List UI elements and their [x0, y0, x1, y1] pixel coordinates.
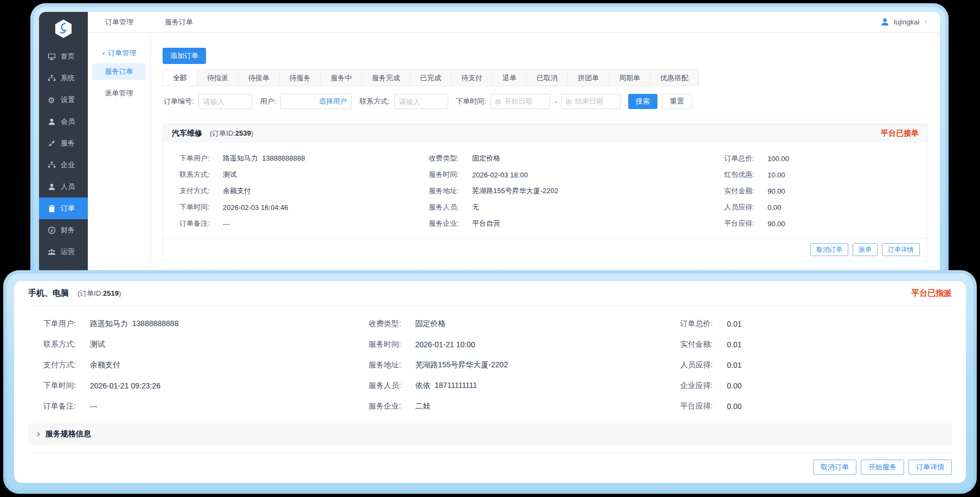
field-label: 实付金额:	[724, 186, 762, 196]
sidebar-item-member[interactable]: 会员	[39, 111, 88, 132]
tab-service-done[interactable]: 服务完成	[362, 69, 410, 86]
tab-pending-service[interactable]: 待服务	[279, 69, 321, 86]
field-value: 依依 18711111111	[415, 381, 477, 391]
tab-in-service[interactable]: 服务中	[320, 69, 362, 86]
start-service-button[interactable]: 开始服务	[861, 460, 904, 475]
caret-down-icon: ▼	[924, 20, 928, 24]
page-title: 服务订单	[165, 17, 193, 27]
sidebar-item-system[interactable]: 系统	[39, 67, 88, 89]
field-row: 人员应得:0.00	[724, 199, 927, 215]
sidebar-item-label: 会员	[61, 117, 75, 126]
sidebar-item-personnel[interactable]: 人员	[39, 176, 88, 197]
order-fields: 下单用户:路遥知马力 13888888888 联系方式:测试 支付方式:余额支付…	[163, 143, 927, 238]
order-fields-col3: 订单总价:100.00 红包优惠:10.00 实付金额:90.00 人员应得:0…	[724, 150, 927, 232]
tab-period-order[interactable]: 周期单	[609, 69, 650, 86]
contact-label: 联系方式:	[359, 97, 390, 106]
order-status-badge: 平台已接单	[881, 129, 919, 138]
order-time-label: 下单时间:	[456, 97, 486, 106]
sidebar-item-settings[interactable]: ⚙ 设置	[39, 89, 88, 111]
app-header: 订单管理 服务订单 lujingkai ▼	[88, 12, 940, 33]
field-row: 下单用户:路遥知马力 13888888888	[179, 150, 429, 167]
tab-pending-assign[interactable]: 待指派	[197, 69, 238, 86]
field-row: 红包优惠:10.00	[724, 167, 927, 183]
sidebar-item-enterprise[interactable]: 企业	[39, 154, 88, 176]
contact-input[interactable]	[394, 94, 448, 109]
field-value: 芜湖路155号昇华大厦-2202	[415, 360, 508, 370]
add-order-button[interactable]: 添加订单	[163, 48, 206, 64]
chevron-down-icon: ∨	[102, 50, 106, 56]
submenu-group-label: 订单管理	[108, 48, 136, 58]
field-value: 0.01	[727, 320, 742, 328]
field-label: 人员应得:	[724, 202, 762, 212]
tab-pending-accept[interactable]: 待接单	[238, 69, 280, 86]
search-button[interactable]: 搜索	[628, 94, 657, 109]
sidebar-item-label: 服务	[61, 138, 75, 148]
user-menu[interactable]: lujingkai ▼	[880, 17, 940, 27]
cancel-order-button[interactable]: 取消订单	[810, 243, 848, 256]
person-icon	[47, 117, 56, 126]
sitemap-icon	[47, 74, 56, 82]
submenu-item-dispatch-management[interactable]: 派单管理	[92, 85, 146, 101]
order-no-input[interactable]	[198, 94, 253, 109]
field-value: 2026-02-03 18:00	[472, 171, 528, 179]
field-value: 无	[472, 202, 479, 212]
finance-icon: ¥	[47, 226, 56, 234]
field-row: 订单备注:---	[179, 215, 429, 232]
field-row: 下单用户:路遥知马力 13888888888	[43, 314, 369, 334]
start-date-placeholder: 开始日期	[504, 97, 532, 106]
order-detail-button[interactable]: 订单详情	[882, 243, 920, 256]
field-row: 联系方式:测试	[43, 334, 369, 355]
field-row: 服务企业:平台自营	[429, 215, 724, 232]
reset-button[interactable]: 重置	[662, 94, 692, 109]
sidebar-item-operation[interactable]: 运营	[39, 241, 88, 263]
field-label: 人员应得:	[680, 360, 721, 370]
field-row: 服务地址:芜湖路155号昇华大厦-2202	[429, 183, 724, 199]
field-row: 订单总价:100.00	[724, 150, 927, 167]
start-date-input[interactable]: ⊞ 开始日期	[491, 94, 550, 109]
field-value: 固定价格	[415, 319, 446, 329]
submenu-item-service-orders[interactable]: 服务订单	[92, 63, 146, 80]
end-date-input[interactable]: ⊞ 结束日期	[561, 94, 621, 109]
order-detail-button[interactable]: 订单详情	[908, 460, 952, 475]
service-spec-label: 服务规格信息	[46, 429, 91, 439]
field-label: 支付方式:	[43, 360, 85, 370]
sidebar-item-finance[interactable]: ¥ 财务	[39, 219, 88, 241]
tab-cancelled[interactable]: 已取消	[526, 69, 568, 86]
tab-returns[interactable]: 退单	[492, 69, 527, 86]
end-date-placeholder: 结束日期	[575, 97, 603, 106]
field-label: 企业应得:	[680, 381, 721, 391]
field-value: ---	[223, 220, 230, 228]
order-card-header: 汽车维修 (订单ID:2539) 平台已接单	[163, 124, 927, 143]
tab-all[interactable]: 全部	[163, 69, 197, 86]
screen: 首页 系统 ⚙ 设置 会员 服务	[0, 0, 980, 497]
submenu-group-order-management[interactable]: ∨ 订单管理	[88, 48, 150, 58]
app-logo	[39, 12, 88, 46]
select-user-link[interactable]: 选择用户	[319, 97, 347, 106]
field-row: 服务地址:芜湖路155号昇华大厦-2202	[369, 355, 680, 375]
sidebar-item-service[interactable]: 服务	[39, 132, 88, 154]
tab-discount-combo[interactable]: 优惠搭配	[650, 69, 699, 86]
sidebar-item-order[interactable]: 订单	[39, 197, 88, 219]
field-label: 下单时间:	[43, 381, 85, 391]
field-row: 平台应得:0.00	[680, 396, 952, 417]
service-spec-toggle[interactable]: › 服务规格信息	[28, 423, 952, 445]
detail-fields-col3: 订单总价:0.01 实付金额:0.01 人员应得:0.01 企业应得:0.00 …	[680, 314, 952, 417]
field-label: 收费类型:	[369, 319, 410, 329]
sidebar-item-label: 财务	[61, 225, 75, 235]
tab-pending-pay[interactable]: 待支付	[451, 69, 493, 86]
field-row: 实付金额:90.00	[724, 183, 927, 199]
hexagon-logo-icon	[53, 18, 74, 40]
user-avatar-icon	[880, 17, 889, 27]
cancel-order-button[interactable]: 取消订单	[813, 460, 856, 475]
tab-completed[interactable]: 已完成	[410, 69, 452, 86]
order-no-label: 订单编号:	[164, 97, 194, 106]
select-user-box[interactable]: 选择用户	[280, 94, 352, 109]
field-value: ---	[90, 402, 98, 411]
tab-group-order[interactable]: 拼团单	[568, 69, 609, 86]
sidebar-item-home[interactable]: 首页	[39, 46, 88, 67]
field-value: 0.00	[768, 203, 781, 212]
field-label: 服务企业:	[429, 219, 467, 228]
field-row: 服务人员:无	[429, 199, 724, 215]
dispatch-button[interactable]: 派单	[853, 243, 878, 256]
sidebar-item-label: 设置	[61, 95, 75, 105]
